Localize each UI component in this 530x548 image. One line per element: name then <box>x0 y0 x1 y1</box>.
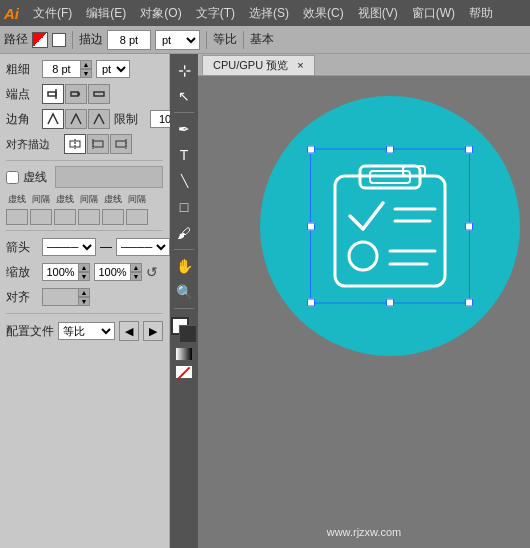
scale-reset-icon[interactable]: ↺ <box>146 264 158 280</box>
app-logo: Ai <box>4 5 19 22</box>
dash-input-3[interactable] <box>54 209 76 225</box>
path-label: 路径 <box>4 31 28 48</box>
gradient-icon[interactable] <box>175 347 193 361</box>
canvas-content: www.rjzxw.com <box>198 76 530 548</box>
weight-input-group: ▲ ▼ <box>42 60 92 78</box>
corner-round-btn[interactable] <box>65 109 87 129</box>
align2-down[interactable]: ▼ <box>78 297 90 306</box>
watermark: www.rjzxw.com <box>327 526 402 538</box>
dash-input-4[interactable] <box>78 209 100 225</box>
menu-help[interactable]: 帮助 <box>463 3 499 24</box>
menu-window[interactable]: 窗口(W) <box>406 3 461 24</box>
select-tool-btn[interactable]: ⊹ <box>172 58 196 82</box>
direct-select-btn[interactable]: ↖ <box>172 84 196 108</box>
dashed-label: 虚线 <box>23 169 47 186</box>
units-select[interactable]: pt px mm <box>155 30 200 50</box>
arrow-end-select[interactable]: ──── <box>116 238 170 256</box>
stroke-color-preview[interactable] <box>32 32 48 48</box>
cap-square-btn[interactable] <box>88 84 110 104</box>
handle-tl <box>307 146 315 154</box>
cap-butt-btn[interactable] <box>42 84 64 104</box>
canvas-tab-cpu-gpu[interactable]: CPU/GPU 预览 × <box>202 55 315 75</box>
corner-miter-btn[interactable] <box>42 109 64 129</box>
svg-rect-10 <box>335 176 445 286</box>
tool-sep1 <box>174 112 194 113</box>
menu-select[interactable]: 选择(S) <box>243 3 295 24</box>
arrow-start-select[interactable]: ──── <box>42 238 96 256</box>
dash-h5: 虚线 <box>102 193 124 206</box>
handle-mr <box>465 222 473 230</box>
corner-bevel-btn[interactable] <box>88 109 110 129</box>
tool-sep2 <box>174 249 194 250</box>
handle-br <box>465 299 473 307</box>
svg-point-15 <box>349 242 377 270</box>
corner-label: 边角 <box>6 111 38 128</box>
dash-inputs <box>6 209 163 225</box>
fill-color-preview[interactable] <box>52 33 66 47</box>
scale1-spinner: ▲ ▼ <box>78 263 90 281</box>
menu-edit[interactable]: 编辑(E) <box>80 3 132 24</box>
canvas-tab-close[interactable]: × <box>297 59 303 71</box>
dash-input-1[interactable] <box>6 209 28 225</box>
zoom-tool-btn[interactable]: 🔍 <box>172 280 196 304</box>
dashed-checkbox[interactable] <box>6 171 19 184</box>
scale2-down[interactable]: ▼ <box>130 272 142 281</box>
none-icon[interactable] <box>175 365 193 379</box>
cap-round-btn[interactable] <box>65 84 87 104</box>
align-outside-btn[interactable] <box>110 134 132 154</box>
weight-down[interactable]: ▼ <box>80 69 92 78</box>
align-center-btn[interactable] <box>64 134 86 154</box>
svg-rect-3 <box>94 92 104 96</box>
dash-input-2[interactable] <box>30 209 52 225</box>
profile-label: 配置文件 <box>6 323 54 340</box>
fill-color[interactable] <box>179 325 197 343</box>
stroke-input[interactable] <box>107 30 151 50</box>
align2-spinner: ▲ ▼ <box>78 288 90 306</box>
profile-select[interactable]: 等比 <box>58 322 115 340</box>
align2-up[interactable]: ▲ <box>78 288 90 297</box>
fill-stroke-indicator[interactable] <box>171 317 197 343</box>
tool-sep3 <box>174 308 194 309</box>
top-toolbar: 路径 描边 pt px mm 等比 基本 <box>0 26 530 54</box>
dash-input-6[interactable] <box>126 209 148 225</box>
menu-file[interactable]: 文件(F) <box>27 3 78 24</box>
sep-arrow <box>6 230 163 231</box>
profile-prev[interactable]: ◀ <box>119 321 139 341</box>
pen-tool-btn[interactable]: ✒ <box>172 117 196 141</box>
align-buttons <box>64 134 132 154</box>
paintbrush-btn[interactable]: 🖌 <box>172 221 196 245</box>
handle-tr <box>465 146 473 154</box>
scale1-down[interactable]: ▼ <box>78 272 90 281</box>
menu-view[interactable]: 视图(V) <box>352 3 404 24</box>
canvas-tab-bar: CPU/GPU 预览 × <box>198 54 530 76</box>
scale1-input[interactable] <box>42 263 78 281</box>
weight-up[interactable]: ▲ <box>80 60 92 69</box>
align2-input[interactable] <box>42 288 78 306</box>
shape-tool-btn[interactable]: □ <box>172 195 196 219</box>
cap-buttons <box>42 84 110 104</box>
corner-row: 边角 限制 x <box>6 108 163 130</box>
scale-row: 缩放 ▲ ▼ ▲ ▼ ↺ <box>6 261 163 283</box>
stroke-label: 描边 <box>79 31 103 48</box>
scale2-up[interactable]: ▲ <box>130 263 142 272</box>
arrow-row: 箭头 ──── — ──── ⇄ <box>6 236 163 258</box>
dash-h4: 间隔 <box>78 193 100 206</box>
weight-input[interactable] <box>42 60 80 78</box>
arrow-sep: — <box>100 240 112 254</box>
menu-effect[interactable]: 效果(C) <box>297 3 350 24</box>
menu-text[interactable]: 文字(T) <box>190 3 241 24</box>
main-area: 粗细 ▲ ▼ pt 端点 <box>0 54 530 548</box>
profile-next[interactable]: ▶ <box>143 321 163 341</box>
align-inside-btn[interactable] <box>87 134 109 154</box>
scale2-input[interactable] <box>94 263 130 281</box>
hand-tool-btn[interactable]: ✋ <box>172 254 196 278</box>
profile-row: 配置文件 等比 ◀ ▶ <box>6 321 163 341</box>
dash-input-5[interactable] <box>102 209 124 225</box>
weight-units[interactable]: pt <box>96 60 130 78</box>
menu-bar: Ai 文件(F) 编辑(E) 对象(O) 文字(T) 选择(S) 效果(C) 视… <box>0 0 530 26</box>
line-tool-btn[interactable]: ╲ <box>172 169 196 193</box>
type-tool-btn[interactable]: T <box>172 143 196 167</box>
scale1-up[interactable]: ▲ <box>78 263 90 272</box>
svg-rect-6 <box>93 141 103 147</box>
menu-object[interactable]: 对象(O) <box>134 3 187 24</box>
